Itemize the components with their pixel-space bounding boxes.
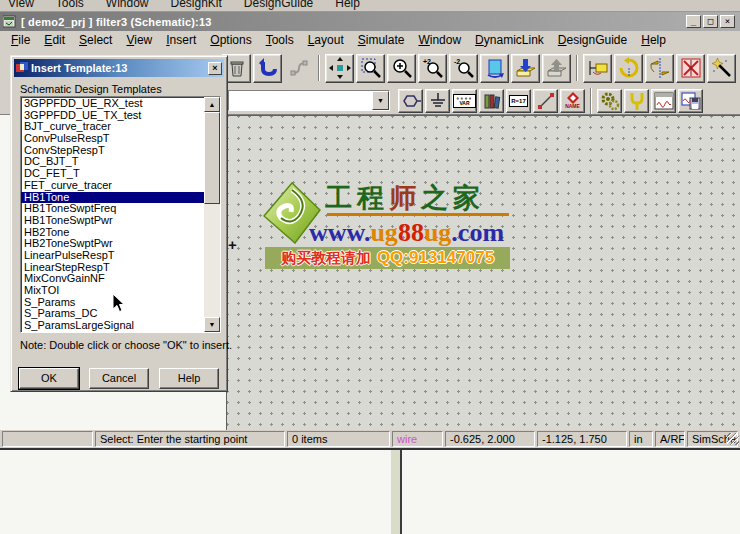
close-button[interactable]: ×: [720, 15, 735, 28]
toolbar-separator: [576, 55, 578, 81]
mirror-item-icon[interactable]: [645, 54, 674, 83]
app-icon: [3, 15, 17, 29]
menu-item[interactable]: Layout: [301, 32, 351, 48]
background-menu-item[interactable]: DesignGuide: [244, 0, 313, 10]
template-list-item[interactable]: FET_curve_tracer: [21, 180, 204, 192]
toolbar-separator: [318, 55, 320, 81]
watermark-url: www.ug88ug.com: [309, 218, 504, 248]
background-menu-items: ViewToolsWindowDesignKitDesignGuideHelp: [0, 0, 740, 10]
mouse-cursor: [112, 293, 125, 313]
move-icon[interactable]: [325, 54, 354, 83]
watermark-banner: 购买教程请加 QQ:913147075: [265, 247, 510, 269]
zoom-in-2x-icon[interactable]: +2: [418, 54, 447, 83]
menu-item[interactable]: DynamicLink: [468, 32, 551, 48]
menu-item[interactable]: View: [119, 32, 159, 48]
zoom-out-2x-icon[interactable]: -2: [449, 54, 478, 83]
menu-item[interactable]: Select: [72, 32, 119, 48]
rotate-item-icon[interactable]: [614, 54, 643, 83]
background-menu-item[interactable]: Tools: [56, 0, 84, 10]
scroll-up-icon[interactable]: ▲: [204, 97, 220, 112]
background-menu-item[interactable]: View: [8, 0, 34, 10]
rotate-view-icon[interactable]: [480, 54, 509, 83]
display-component-icon[interactable]: R=17: [506, 89, 531, 113]
push-into-hierarchy-icon[interactable]: [511, 54, 540, 83]
variables-icon[interactable]: ∘∘∘∘ VAR: [452, 89, 477, 113]
screen: ViewToolsWindowDesignKitDesignGuideHelp …: [0, 0, 740, 534]
watermark-banner-text: 购买教程请加: [281, 249, 371, 268]
tune-parameters-icon[interactable]: [624, 89, 649, 113]
maximize-button[interactable]: □: [703, 15, 718, 28]
wire-label-icon[interactable]: [583, 54, 612, 83]
display-label: R=17: [511, 98, 526, 104]
menu-item[interactable]: DesignGuide: [551, 32, 634, 48]
below-window-area: [0, 450, 740, 534]
minimize-button[interactable]: _: [686, 15, 701, 28]
watermark-underline: [327, 213, 509, 216]
wire-icon[interactable]: [533, 89, 558, 113]
list-scrollbar[interactable]: ▲ ▼: [204, 97, 220, 332]
dialog-titlebar[interactable]: Insert Template:13 ×: [14, 59, 224, 77]
combo-dropdown-icon[interactable]: ▼: [372, 91, 389, 110]
template-list-item[interactable]: LinearPulseRespT: [21, 250, 204, 262]
background-menu-item[interactable]: DesignKit: [171, 0, 222, 10]
menu-item[interactable]: Help: [634, 32, 673, 48]
component-palette-combo[interactable]: ▼: [228, 90, 390, 111]
help-button[interactable]: Help: [159, 368, 219, 389]
background-app-menu-strip: ViewToolsWindowDesignKitDesignGuideHelp: [0, 0, 740, 12]
watermark-title: 工程师之家: [325, 180, 485, 216]
zoom-area-icon[interactable]: [356, 54, 385, 83]
resize-grip[interactable]: [727, 433, 739, 445]
insertion-crosshair: +: [228, 236, 237, 253]
dialog-note: Note: Double click or choose "OK" to ins…: [20, 339, 232, 351]
new-plot-window-icon[interactable]: [651, 89, 676, 113]
scrollbar-thumb[interactable]: [204, 112, 220, 204]
template-list-item[interactable]: ConvPulseRespT: [21, 133, 204, 145]
menu-item[interactable]: Insert: [159, 32, 203, 48]
background-menu-item[interactable]: Help: [335, 0, 360, 10]
svg-text:-2: -2: [454, 58, 460, 65]
template-list-item[interactable]: HB1ToneSwptPwr: [21, 215, 204, 227]
template-list-item[interactable]: 3GPPFDD_UE_RX_test: [21, 98, 204, 110]
library-browser-icon[interactable]: [479, 89, 504, 113]
dialog-list-label: Schematic Design Templates: [20, 83, 227, 95]
menu-item[interactable]: Edit: [37, 32, 72, 48]
cancel-button[interactable]: Cancel: [89, 368, 149, 389]
ok-button[interactable]: OK: [19, 368, 79, 389]
status-mode: wire: [392, 431, 443, 447]
status-items-count: 0 items: [287, 431, 390, 447]
background-menu-item[interactable]: Window: [106, 0, 149, 10]
menu-item[interactable]: Tools: [259, 32, 301, 48]
undo-icon[interactable]: [253, 54, 282, 83]
schematic-canvas[interactable]: + 工程师之家 www.ug88ug.com 购买教程请加 QQ:9131470…: [226, 115, 740, 431]
status-message: Select: Enter the starting point: [95, 431, 285, 447]
activation-wand-icon[interactable]: [707, 54, 736, 83]
watermark-banner-qq: QQ:913147075: [377, 248, 494, 268]
status-units: in: [629, 431, 653, 447]
ground-icon[interactable]: [425, 89, 450, 113]
name-label: NAME: [565, 104, 581, 109]
template-list-item[interactable]: S_ParamsLargeSignal: [21, 320, 204, 332]
menu-item[interactable]: File: [4, 32, 37, 48]
window-titlebar[interactable]: [ demo2_prj ] filter3 (Schematic):13 _ □…: [0, 12, 740, 31]
deactivate-component-icon[interactable]: [676, 54, 705, 83]
save-plot-icon[interactable]: [678, 89, 703, 113]
menu-item[interactable]: Simulate: [351, 32, 412, 48]
port-icon[interactable]: [398, 89, 423, 113]
status-tech: A/RF: [655, 431, 685, 447]
dialog-title: Insert Template:13: [31, 62, 208, 74]
wire-name-icon[interactable]: NAME: [560, 89, 585, 113]
status-empty-cell: [2, 431, 93, 447]
menu-item[interactable]: Options: [203, 32, 258, 48]
zoom-in-icon[interactable]: [387, 54, 416, 83]
dialog-icon: [16, 62, 28, 74]
combo-value[interactable]: [229, 91, 372, 110]
simulate-icon[interactable]: [597, 89, 622, 113]
window-title: [ demo2_prj ] filter3 (Schematic):13: [21, 16, 686, 28]
toolbar-separator: [590, 88, 592, 114]
var-label: VAR: [456, 101, 473, 106]
scroll-down-icon[interactable]: ▼: [204, 317, 220, 332]
dialog-close-icon[interactable]: ×: [208, 62, 222, 75]
pop-out-of-hierarchy-icon[interactable]: [542, 54, 571, 83]
menu-item[interactable]: Window: [411, 32, 468, 48]
redo-path-icon[interactable]: [284, 54, 313, 83]
